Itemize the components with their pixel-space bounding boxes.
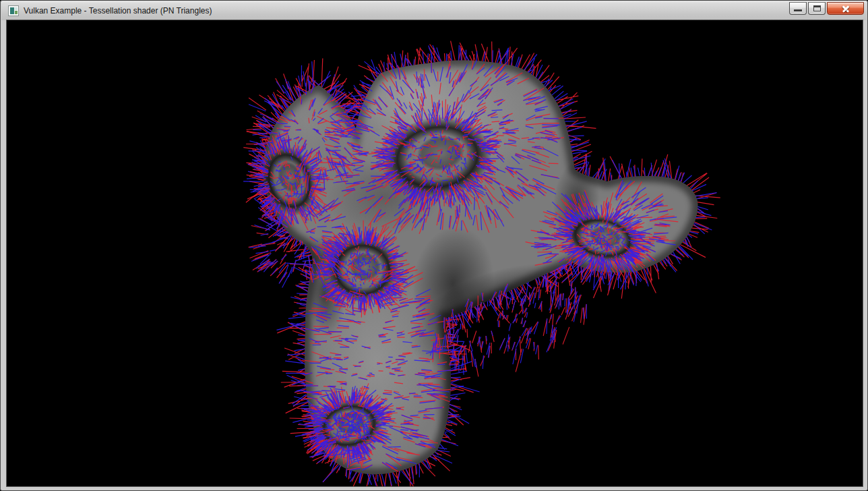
icon-pane (10, 7, 14, 14)
render-canvas[interactable] (7, 20, 863, 486)
render-viewport[interactable] (6, 20, 863, 487)
icon-pane (15, 11, 18, 14)
icon-pane (15, 7, 18, 10)
maximize-icon (813, 5, 821, 11)
maximize-button[interactable] (808, 2, 826, 15)
title-bar[interactable]: Vulkan Example - Tessellation shader (PN… (1, 1, 867, 20)
minimize-icon (794, 9, 802, 11)
application-window: Vulkan Example - Tessellation shader (PN… (0, 0, 868, 491)
application-icon (8, 5, 19, 16)
minimize-button[interactable] (789, 2, 807, 15)
caption-button-group (789, 2, 864, 15)
close-button[interactable] (827, 2, 864, 15)
window-title: Vulkan Example - Tessellation shader (PN… (24, 1, 212, 20)
close-icon (842, 5, 850, 13)
